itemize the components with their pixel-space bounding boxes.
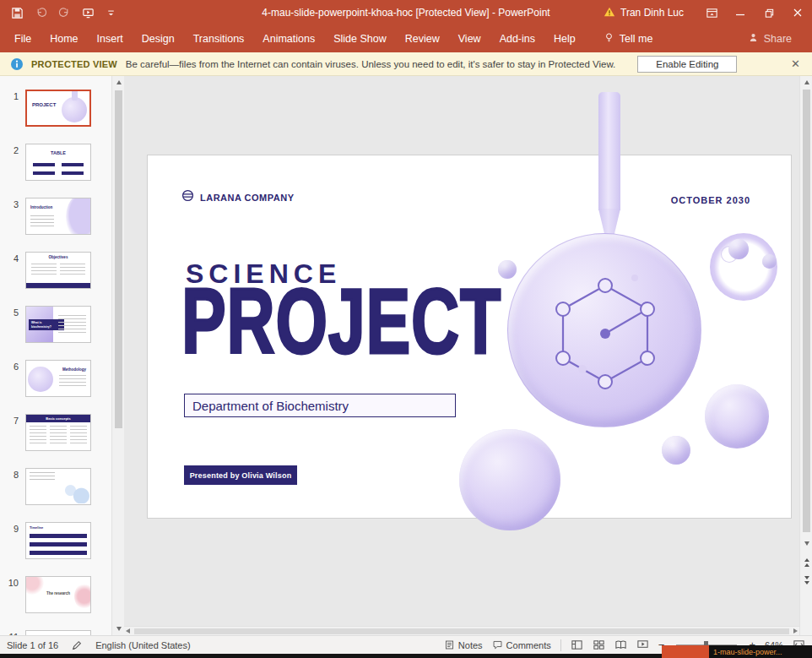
ribbon-tab-transitions[interactable]: Transitions	[184, 25, 254, 52]
scroll-up-icon[interactable]	[800, 76, 812, 89]
slide-number: 3	[3, 199, 19, 209]
save-button[interactable]	[11, 7, 24, 19]
share-label: Share	[764, 33, 792, 45]
thumbnail-row-3[interactable]: 3 Introduction	[0, 198, 111, 252]
slide-indicator[interactable]: Slide 1 of 16	[7, 640, 58, 650]
thumb-title: Methodology	[62, 367, 86, 372]
tell-me-box[interactable]: Tell me	[604, 32, 653, 46]
ribbon-tab-design[interactable]: Design	[133, 25, 184, 52]
slide-number: 5	[3, 307, 19, 318]
view-slideshow-button[interactable]	[636, 639, 649, 651]
enable-editing-button[interactable]: Enable Editing	[637, 56, 737, 73]
previous-slide-button[interactable]	[800, 556, 812, 568]
quick-access-toolbar	[0, 7, 116, 19]
customize-qat-button[interactable]	[106, 8, 116, 19]
view-reading-button[interactable]	[614, 639, 627, 651]
thumb-title: What is biochemistry?	[29, 319, 64, 330]
thumbnail-scrollbar[interactable]	[111, 76, 124, 635]
window-title: 4-mau-slide-powerpoint-khoa-hoc [Protect…	[262, 0, 549, 25]
person-icon	[748, 32, 759, 46]
slide-2-thumbnail[interactable]: TABLE	[25, 144, 91, 181]
slide-1-editing-surface[interactable]: LARANA COMPANY OCTOBER 2030 SCIENCE PROJ…	[147, 155, 792, 519]
ribbon-display-options-button[interactable]	[697, 0, 726, 25]
ribbon-tab-animations[interactable]: Animations	[253, 25, 324, 52]
spell-check-icon[interactable]	[71, 639, 83, 651]
thumbnail-row-4[interactable]: 4 Objectives	[0, 252, 111, 306]
thumb-title: TABLE	[51, 150, 66, 155]
ribbon-tab-insert[interactable]: Insert	[88, 25, 133, 52]
view-normal-button[interactable]	[571, 639, 583, 651]
thumbnail-row-5[interactable]: 5 What is biochemistry?	[0, 306, 111, 360]
close-button[interactable]	[783, 0, 812, 25]
message-bar-close-icon[interactable]: ✕	[791, 58, 800, 69]
slide-5-thumbnail[interactable]: What is biochemistry?	[25, 306, 91, 343]
powerpoint-window: 4-mau-slide-powerpoint-khoa-hoc [Protect…	[0, 0, 812, 658]
account-button[interactable]: Tran Dinh Luc	[604, 6, 684, 20]
company-header[interactable]: LARANA COMPANY	[181, 189, 295, 205]
slide-1-thumbnail[interactable]: PROJECT	[25, 90, 91, 127]
ribbon-tab-review[interactable]: Review	[396, 25, 449, 52]
slide-7-thumbnail[interactable]: Basic concepts	[25, 414, 91, 451]
slide-6-thumbnail[interactable]: Methodology	[25, 360, 91, 397]
thumbnail-row-9[interactable]: 9 Timeline	[0, 522, 111, 576]
main-vertical-scrollbar[interactable]	[799, 76, 812, 635]
share-button[interactable]: Share	[748, 32, 792, 46]
ribbon-tab-slide-show[interactable]: Slide Show	[324, 25, 396, 52]
thumb-title: Introduction	[30, 205, 52, 209]
thumbnail-row-6[interactable]: 6 Methodology	[0, 360, 111, 414]
language-indicator[interactable]: English (United States)	[95, 640, 191, 650]
slide-number: 6	[3, 362, 19, 372]
ribbon-tab-file[interactable]: File	[5, 25, 41, 52]
scroll-down-icon[interactable]	[800, 537, 812, 550]
divider	[560, 639, 561, 651]
slide-4-thumbnail[interactable]: Objectives	[25, 252, 91, 289]
subtitle-textbox[interactable]: Department of Biochemistry	[184, 394, 456, 417]
horizontal-scrollbar[interactable]	[124, 626, 799, 635]
scroll-right-icon[interactable]	[793, 628, 799, 634]
ribbon-tab-home[interactable]: Home	[41, 25, 87, 52]
minimize-button[interactable]	[726, 0, 755, 25]
thumbnail-row-2[interactable]: 2 TABLE	[0, 144, 111, 198]
restore-button[interactable]	[755, 0, 783, 25]
thumb-title: The research	[46, 590, 70, 595]
tell-me-label: Tell me	[620, 33, 653, 45]
thumbnail-row-1[interactable]: 1 PROJECT	[0, 90, 111, 144]
main-bubble-illustration	[507, 233, 701, 427]
comments-button[interactable]: Comments	[492, 639, 551, 650]
scroll-down-icon[interactable]	[112, 623, 125, 635]
presenter-badge[interactable]: Presented by Olivia Wilson	[184, 465, 297, 485]
redo-button[interactable]	[58, 7, 71, 19]
slide-number: 1	[3, 91, 19, 101]
bubble-decoration	[662, 436, 690, 465]
slide-3-thumbnail[interactable]: Introduction	[25, 198, 91, 235]
taskbar-item-icon	[662, 645, 709, 658]
undo-button[interactable]	[35, 7, 47, 19]
slide-8-thumbnail[interactable]	[25, 468, 91, 505]
slide-title-project[interactable]: PROJECT	[181, 279, 501, 362]
notes-button[interactable]: Notes	[444, 639, 483, 650]
scrollbar-thumb[interactable]	[803, 90, 810, 532]
protected-view-message: Be careful—files from the Internet can c…	[126, 59, 615, 69]
comments-label: Comments	[506, 640, 551, 650]
scrollbar-thumb[interactable]	[115, 90, 122, 428]
scrollbar-thumb[interactable]	[134, 628, 789, 634]
thumbnail-row-7[interactable]: 7 Basic concepts	[0, 414, 111, 468]
thumbnail-row-8[interactable]: 8	[0, 468, 111, 522]
taskbar-item-label: 1-mau-slide-power...	[709, 648, 782, 656]
next-slide-button[interactable]	[800, 574, 812, 587]
slide-10-thumbnail[interactable]: The research	[25, 576, 91, 613]
thumbnail-row-10[interactable]: 10 The research	[0, 576, 111, 630]
taskbar-item[interactable]: 1-mau-slide-power...	[662, 645, 812, 658]
pipette-illustration	[598, 92, 620, 210]
ribbon-tab-help[interactable]: Help	[544, 25, 585, 52]
scroll-left-icon[interactable]	[124, 628, 130, 634]
slide-date[interactable]: OCTOBER 2030	[671, 195, 750, 205]
slide-9-thumbnail[interactable]: Timeline	[25, 522, 91, 559]
start-from-beginning-button[interactable]	[82, 7, 95, 19]
slide-number: 4	[3, 253, 19, 264]
scroll-up-icon[interactable]	[112, 76, 125, 89]
view-slide-sorter-button[interactable]	[593, 639, 605, 651]
company-logo-icon	[181, 189, 194, 205]
ribbon-tab-view[interactable]: View	[449, 25, 490, 52]
ribbon-tab-add-ins[interactable]: Add-ins	[490, 25, 544, 52]
